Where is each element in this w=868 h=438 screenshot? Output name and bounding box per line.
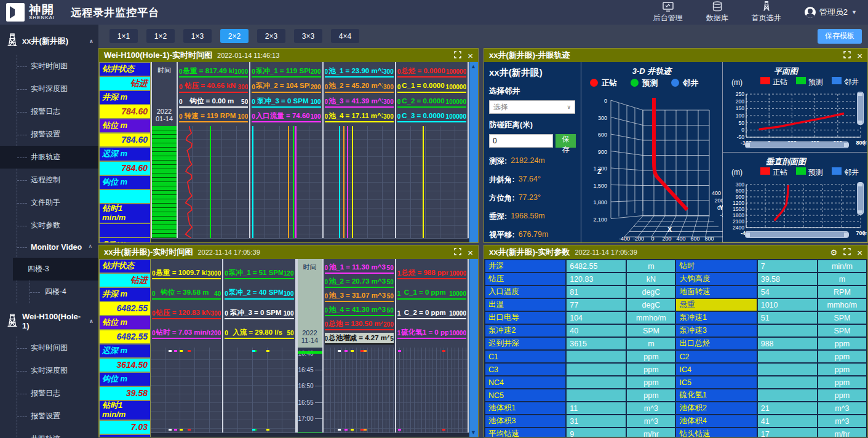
cell-unit: min/m: [818, 260, 867, 273]
user-menu[interactable]: 管理员2▼: [805, 7, 857, 18]
cell-label: 泵冲速2: [485, 324, 566, 337]
panel-title-bar: xx井(新井眼)-实时时间图2022-11-14 17:05:39×: [99, 245, 478, 259]
sidebar-item-远程控制[interactable]: 远程控制: [17, 169, 98, 191]
save-template-button[interactable]: 保存模板: [818, 29, 862, 44]
trace-dot: [398, 429, 401, 431]
curve-label: 0泵冲_1 = 51 SPM120: [225, 268, 293, 279]
sidebar-item-实时时间图[interactable]: 实时时间图: [17, 55, 98, 78]
sidebar-item-实时时间图[interactable]: 实时时间图: [17, 336, 98, 359]
svg-text:1800: 1800: [733, 212, 744, 218]
sidebar-item-实时参数[interactable]: 实时参数: [17, 214, 98, 237]
sidebar-item-报警设置[interactable]: 报警设置: [17, 123, 98, 146]
legend-label: 邻井: [844, 78, 859, 86]
sidebar-item-报警日志[interactable]: 报警日志: [17, 100, 98, 123]
trace-dot: [266, 429, 269, 431]
param-label: 井深 m: [100, 288, 150, 301]
horizontal-slider[interactable]: [745, 141, 849, 148]
close-icon[interactable]: ×: [468, 248, 473, 257]
stat-value: 676.79m: [519, 230, 549, 241]
offset-well-select[interactable]: 选择∨: [489, 100, 575, 114]
stat-label: 井斜角:: [489, 175, 515, 185]
legend-label: 邻井: [683, 79, 698, 87]
nav-item-0[interactable]: 后台管理: [653, 2, 683, 23]
save-distance-button[interactable]: 保存: [555, 134, 576, 148]
layout-button-2×2[interactable]: 2×2: [220, 29, 249, 43]
sidebar-well-1[interactable]: Wei-H100(Hole-1)∧: [0, 303, 98, 336]
sidebar-item-实时深度图[interactable]: 实时深度图: [17, 78, 98, 100]
curve-label: 0总烃 = 0.0000100000: [397, 66, 466, 78]
curve-label: 0泵冲_3 = 0 SPM100: [225, 308, 293, 319]
layout-button-2×3[interactable]: 2×3: [257, 29, 285, 43]
layout-button-1×2[interactable]: 1×2: [146, 29, 175, 43]
layout-button-3×3[interactable]: 3×3: [294, 29, 322, 43]
cell-value: [757, 363, 818, 376]
sidebar-item-报警设置[interactable]: 报警设置: [17, 405, 98, 428]
table-row: 泵冲速240SPM泵冲速3SPM: [485, 324, 867, 337]
cell-label: 钻压: [485, 273, 566, 285]
sidebar-item-井眼轨迹[interactable]: 井眼轨迹: [0, 146, 98, 169]
svg-text:150: 150: [736, 105, 744, 111]
sidebar-item-井眼轨迹[interactable]: 井眼轨迹: [17, 428, 98, 438]
layout-button-4×4[interactable]: 4×4: [331, 29, 359, 43]
horizontal-scrollbar[interactable]: [151, 432, 469, 437]
vertical-scrollbar[interactable]: [469, 259, 478, 437]
expand-icon[interactable]: [454, 51, 461, 60]
vertical-slider[interactable]: [857, 92, 864, 125]
sidebar-item-四楼-3[interactable]: 四楼-3: [13, 258, 98, 281]
legend-swatch: [832, 167, 842, 175]
sidebar-well-0[interactable]: xx井(新井眼)∧: [0, 25, 98, 55]
sidebar-item-文件助手[interactable]: 文件助手: [17, 191, 98, 214]
panel-grid: Wei-H100(Hole-1)-实时时间图2022-01-14 11:46:1…: [98, 48, 868, 438]
cell-label: 平均钻速: [485, 428, 566, 437]
trace-dot: [442, 429, 445, 431]
sidebar-item-报警日志[interactable]: 报警日志: [17, 382, 98, 405]
cell-unit: ppm: [626, 389, 675, 402]
trace-line-orange: [288, 126, 289, 242]
distance-input[interactable]: [489, 134, 553, 148]
cell-unit: m^3: [626, 415, 675, 428]
param-value: 钻进: [100, 77, 150, 90]
svg-text:900: 900: [598, 149, 607, 155]
legend-item: 正钻: [760, 167, 787, 178]
gear-icon[interactable]: ⚙: [830, 249, 838, 257]
curve-label: 1C_1 = 0 ppm10000: [397, 287, 466, 299]
avatar: [805, 7, 816, 18]
legend-item: 邻井: [671, 78, 698, 89]
cell-value: 21: [757, 402, 818, 415]
sidebar-item-实时深度图[interactable]: 实时深度图: [17, 359, 98, 382]
layout-button-1×1[interactable]: 1×1: [109, 29, 138, 43]
cell-value: 17: [757, 428, 818, 437]
expand-icon[interactable]: [454, 248, 461, 257]
trace-dot: [398, 350, 401, 352]
vertical-slider[interactable]: [857, 182, 864, 215]
layout-button-1×3[interactable]: 1×3: [183, 29, 212, 43]
vertical-scrollbar[interactable]: [469, 62, 478, 242]
user-name: 管理员2: [819, 7, 848, 18]
trace-wavy-red: [178, 126, 249, 242]
legend-swatch: [590, 79, 598, 87]
horizontal-slider[interactable]: [745, 231, 849, 238]
track-header: 0泵冲_1 = 119 SPM2000泵冲_2 = 104 SPM2000泵冲_…: [250, 62, 322, 126]
sidebar-item-monitor-video[interactable]: Monitor Video∧: [17, 237, 98, 258]
close-icon[interactable]: ×: [468, 51, 473, 60]
svg-text:Z: Z: [597, 168, 602, 175]
horizontal-scrollbar[interactable]: [151, 238, 469, 242]
well-name: Wei-H100(Hole-1): [22, 312, 86, 330]
trace-dot: [169, 350, 172, 352]
trace-dot: [364, 429, 367, 431]
sidebar-item-四楼-4[interactable]: 四楼-4: [30, 281, 98, 303]
y-unit: (m): [731, 168, 743, 177]
nav-item-1[interactable]: 数据库: [706, 1, 728, 23]
cell-label: 池体积2: [675, 402, 757, 415]
param-label: 井深 m: [100, 91, 150, 104]
expand-icon[interactable]: [843, 51, 851, 60]
time-column: 时间202211-1416:4016:4516:5016:5517:0017:0…: [297, 259, 324, 437]
svg-text:50: 50: [739, 120, 745, 126]
close-icon[interactable]: ×: [857, 51, 862, 60]
legend-item: 正钻: [760, 77, 787, 87]
table-row: 池体积111m^3池体积221m^3: [485, 402, 867, 415]
close-icon[interactable]: ×: [857, 248, 862, 257]
panel-timestamp: 2022-11-14 17:05:39: [575, 249, 637, 256]
expand-icon[interactable]: [843, 248, 851, 257]
nav-item-2[interactable]: 首页选井: [752, 1, 781, 23]
